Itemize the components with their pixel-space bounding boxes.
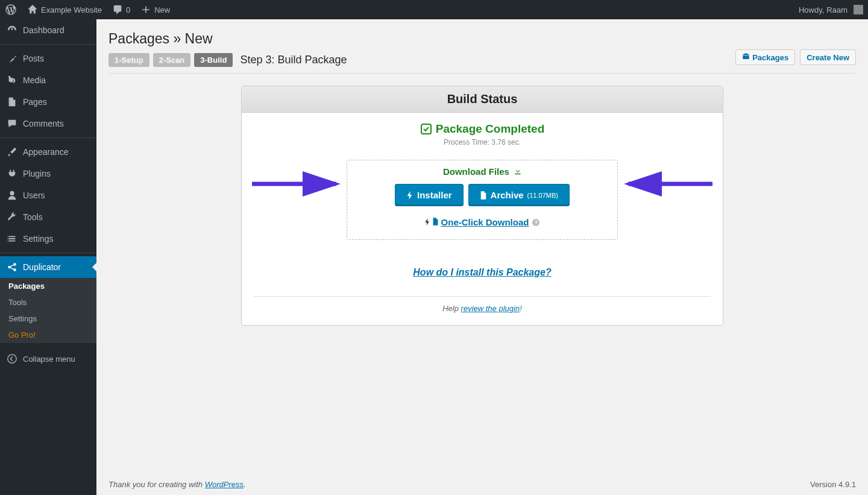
review-link[interactable]: review the plugin <box>461 304 520 313</box>
process-time-label: Process Time: <box>444 138 489 147</box>
wp-logo[interactable] <box>0 0 22 19</box>
archive-size: (11.07MB) <box>527 192 558 199</box>
sidebar-item-duplicator[interactable]: Duplicator <box>0 256 96 278</box>
sidebar-item-appearance[interactable]: Appearance <box>0 141 96 163</box>
avatar <box>854 5 863 14</box>
svg-point-3 <box>8 355 16 363</box>
svg-point-2 <box>13 268 16 271</box>
site-name-link[interactable]: Example Website <box>22 0 107 19</box>
completed-label: Package Completed <box>436 122 545 136</box>
site-name-label: Example Website <box>41 5 102 14</box>
submenu-label: Packages <box>8 282 45 291</box>
step-3-build: 3-Build <box>194 53 233 67</box>
brush-icon <box>6 146 18 158</box>
user-name: Raam <box>826 5 848 14</box>
download-title-text: Download Files <box>443 166 509 177</box>
comments-link[interactable]: 0 <box>107 0 135 19</box>
sidebar-item-comments[interactable]: Comments <box>0 113 96 134</box>
menu-separator <box>0 253 96 253</box>
bolt-icon <box>406 191 414 200</box>
sidebar-label: Media <box>23 75 46 85</box>
packages-button[interactable]: Packages <box>735 49 795 65</box>
step-label: 1-Setup <box>115 55 143 65</box>
sidebar-label: Appearance <box>23 147 69 157</box>
build-panel: Build Status Package Completed Process T… <box>241 86 723 326</box>
duplicator-submenu: Packages Tools Settings Go Pro! <box>0 278 96 343</box>
footer-wordpress-link[interactable]: WordPress <box>205 480 244 489</box>
panel-header: Build Status <box>242 86 723 113</box>
sidebar-label: Pages <box>23 97 47 107</box>
sidebar-item-posts[interactable]: Posts <box>0 48 96 69</box>
plug-icon <box>6 168 18 180</box>
sidebar-label: Users <box>23 191 45 200</box>
installer-button[interactable]: Installer <box>395 184 464 206</box>
sidebar-label: Dashboard <box>23 25 64 35</box>
bolt-icon <box>425 217 430 227</box>
sidebar-item-tools[interactable]: Tools <box>0 206 96 228</box>
step-label: 3-Build <box>200 55 227 65</box>
one-click-row: One-Click Download ? <box>357 217 608 227</box>
menu-separator <box>0 137 96 138</box>
create-new-button[interactable]: Create New <box>800 49 856 65</box>
sidebar-item-pages[interactable]: Pages <box>0 91 96 113</box>
submenu-label: Go Pro! <box>8 330 36 339</box>
download-buttons: Installer Archive (11.07MB) <box>357 184 608 206</box>
wordpress-icon <box>5 4 17 16</box>
step-1-setup[interactable]: 1-Setup <box>108 53 149 67</box>
page-title: Packages » New <box>108 25 856 49</box>
sidebar-item-settings[interactable]: Settings <box>0 228 96 250</box>
my-account[interactable]: Howdy, Raam <box>794 0 868 19</box>
wrench-icon <box>6 211 18 223</box>
sidebar-item-media[interactable]: Media <box>0 69 96 91</box>
step-2-scan[interactable]: 2-Scan <box>153 53 191 67</box>
collapse-menu[interactable]: Collapse menu <box>0 348 96 370</box>
installer-label: Installer <box>417 190 452 200</box>
steps-row: 1-Setup 2-Scan 3-Build Step 3: Build Pac… <box>108 49 856 74</box>
download-title: Download Files <box>439 166 525 177</box>
review-prefix: Help <box>442 304 461 313</box>
top-actions: Packages Create New <box>735 49 856 65</box>
download-icon <box>514 166 521 177</box>
menu-separator <box>0 44 96 45</box>
content-area: Packages » New 1-Setup 2-Scan 3-Build St… <box>96 0 868 495</box>
submenu-packages[interactable]: Packages <box>0 278 96 294</box>
sidebar-label: Plugins <box>23 169 51 178</box>
step-label: 2-Scan <box>159 55 185 65</box>
footer-thank-suffix: . <box>244 480 246 489</box>
submenu-settings[interactable]: Settings <box>0 311 96 327</box>
admin-bar-left: Example Website 0 New <box>0 0 175 19</box>
page-title-sep: » <box>169 31 185 46</box>
download-box: Download Files Installer Arc <box>347 160 618 240</box>
packages-label: Packages <box>752 53 788 62</box>
submenu-gopro[interactable]: Go Pro! <box>0 327 96 343</box>
dashboard-icon <box>6 24 18 36</box>
help-icon[interactable]: ? <box>532 219 539 226</box>
archive-button[interactable]: Archive (11.07MB) <box>468 184 570 206</box>
install-help-link[interactable]: How do I install this Package? <box>413 267 551 277</box>
review-link-text: review the plugin <box>461 304 520 313</box>
check-icon <box>420 123 432 135</box>
sidebar-item-users[interactable]: Users <box>0 184 96 206</box>
archive-file-icon <box>480 191 487 200</box>
one-click-download-link[interactable]: One-Click Download <box>441 217 529 227</box>
sidebar-item-dashboard[interactable]: Dashboard <box>0 19 96 41</box>
status-completed: Package Completed <box>254 122 711 136</box>
footer-version: Version 4.9.1 <box>810 480 856 489</box>
page-title-suffix: New <box>185 31 213 46</box>
box-icon <box>742 52 750 62</box>
install-help-text: How do I install this Package? <box>413 267 551 277</box>
process-time-value: 3.76 sec. <box>489 138 521 147</box>
howdy-prefix: Howdy, <box>799 5 824 14</box>
submenu-label: Settings <box>8 314 37 323</box>
submenu-tools[interactable]: Tools <box>0 294 96 311</box>
panel-body: Package Completed Process Time: 3.76 sec… <box>242 113 723 325</box>
new-link[interactable]: New <box>135 0 175 19</box>
share-icon <box>6 261 18 273</box>
pin-icon <box>6 52 18 65</box>
media-icon <box>6 74 18 86</box>
one-click-label: One-Click Download <box>441 217 529 227</box>
sidebar-label: Comments <box>23 119 64 128</box>
sidebar-item-plugins[interactable]: Plugins <box>0 163 96 184</box>
review-row: Help review the plugin! <box>254 296 711 313</box>
new-label: New <box>154 5 170 14</box>
